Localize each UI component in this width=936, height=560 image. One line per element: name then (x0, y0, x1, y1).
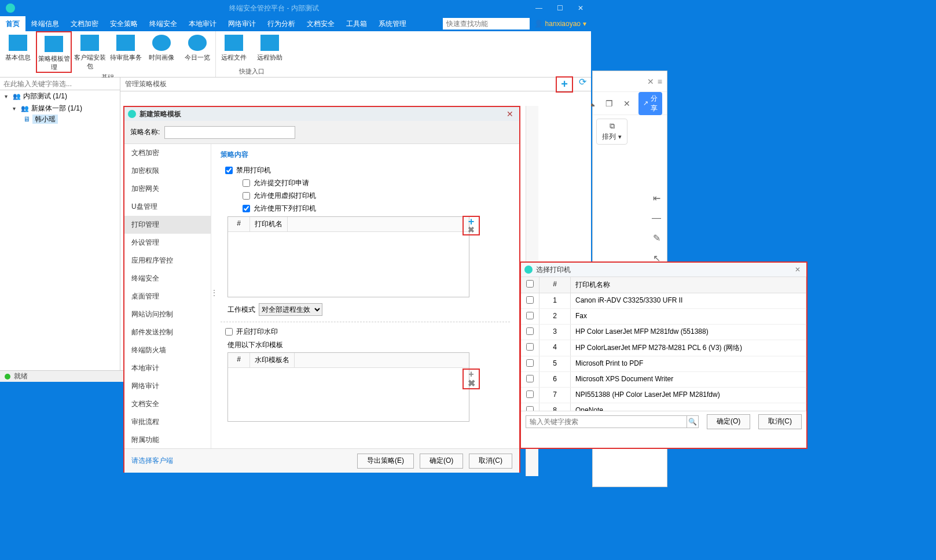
menu-local-audit[interactable]: 本地审计 (183, 16, 222, 31)
watermark-actions[interactable]: +✖ (463, 369, 480, 389)
maximize-button[interactable]: ☐ (549, 0, 570, 16)
search-icon[interactable]: 🔍 (687, 415, 699, 428)
minus-icon[interactable]: — (652, 213, 661, 223)
row-checkbox[interactable] (526, 296, 534, 304)
menu-terminal-info[interactable]: 终端信息 (25, 16, 65, 31)
printer-cancel-button[interactable]: 取消(C) (758, 414, 802, 429)
mode-select[interactable]: 对全部进程生效 (259, 303, 322, 316)
printer-row[interactable]: 4HP ColorLaserJet MFP M278-M281 PCL 6 (V… (521, 340, 806, 356)
tree-leaf[interactable]: 🖥韩小瑶 (23, 115, 120, 124)
ribbon-basic-info[interactable]: 基本信息 (0, 31, 36, 73)
share-button[interactable]: ↗ 分享 (638, 92, 662, 115)
printer-row[interactable]: 5Microsoft Print to PDF (521, 356, 806, 372)
bg-restore-icon[interactable]: ❐ (603, 99, 615, 108)
cat-extra[interactable]: 附属功能 (124, 431, 211, 448)
printer-select-dialog: 选择打印机 ✕ # 打印机名称 1Canon iR-ADV C3325/3330… (520, 261, 807, 449)
cat-local-audit[interactable]: 本地审计 (124, 359, 211, 377)
row-checkbox[interactable] (526, 327, 534, 335)
tree-root[interactable]: ▾👥内部测试 (1/1) (0, 90, 120, 102)
printer-dialog-close[interactable]: ✕ (792, 266, 803, 274)
cat-terminal-sec[interactable]: 终端安全 (124, 270, 211, 288)
cat-app-control[interactable]: 应用程序管控 (124, 252, 211, 270)
minimize-button[interactable]: — (528, 0, 549, 16)
bg-menu[interactable]: ≡ (658, 77, 662, 86)
cat-encrypt-perm[interactable]: 加密权限 (124, 162, 211, 180)
export-button[interactable]: 导出策略(E) (357, 454, 414, 469)
ruler-icon[interactable]: ⇤ (652, 193, 661, 204)
cat-doc-encrypt[interactable]: 文档加密 (124, 144, 211, 162)
bg-close[interactable]: ✕ (647, 77, 654, 86)
menu-security-policy[interactable]: 安全策略 (104, 16, 144, 31)
cat-firewall[interactable]: 终端防火墙 (124, 341, 211, 359)
printer-row[interactable]: 2Fax (521, 309, 806, 325)
row-checkbox[interactable] (526, 312, 534, 319)
plus-icon: + (468, 218, 475, 226)
user-label[interactable]: 👤 hanxiaoyao ▾ (534, 20, 586, 28)
cat-approval[interactable]: 审批流程 (124, 413, 211, 431)
row-checkbox[interactable] (526, 406, 534, 411)
cat-web-access[interactable]: 网站访问控制 (124, 305, 211, 323)
printer-grid: # 打印机名称 1Canon iR-ADV C3325/3330 UFR II2… (521, 277, 806, 411)
printer-row[interactable]: 3HP Color LaserJet MFP M281fdw (551388) (521, 325, 806, 340)
menu-doc-encrypt[interactable]: 文档加密 (65, 16, 104, 31)
cat-desktop[interactable]: 桌面管理 (124, 288, 211, 305)
cat-net-audit[interactable]: 网络审计 (124, 377, 211, 395)
printer-search-input[interactable] (526, 415, 687, 428)
menu-system[interactable]: 系统管理 (373, 16, 412, 31)
menu-doc-security[interactable]: 文档安全 (301, 16, 340, 31)
ribbon-remote-assist[interactable]: 远程协助 (252, 31, 288, 62)
ribbon-approval[interactable]: 待审批事务 (108, 31, 144, 73)
printer-row[interactable]: 6Microsoft XPS Document Writer (521, 372, 806, 388)
chk-watermark[interactable] (225, 328, 233, 336)
ribbon-today[interactable]: 今日一览 (179, 31, 215, 73)
tree-search-input[interactable] (0, 78, 120, 90)
ribbon-policy-template[interactable]: 策略模板管理 (36, 31, 72, 73)
dialog-close-icon[interactable]: ✕ (504, 109, 516, 119)
dialog-icon (128, 110, 136, 118)
chk-allow-virtual[interactable] (243, 192, 250, 200)
row-checkbox[interactable] (526, 390, 534, 398)
menu-network-audit[interactable]: 网络审计 (222, 16, 262, 31)
add-template-button[interactable]: + (556, 76, 573, 93)
refresh-icon[interactable]: ⟳ (579, 76, 586, 93)
printer-row[interactable]: 1Canon iR-ADV C3325/3330 UFR II (521, 293, 806, 309)
menu-terminal-security[interactable]: 终端安全 (144, 16, 183, 31)
cat-usb[interactable]: U盘管理 (124, 198, 211, 216)
printer-row[interactable]: 7NPI551388 (HP Color LaserJet MFP M281fd… (521, 388, 806, 403)
cat-encrypt-gateway[interactable]: 加密网关 (124, 180, 211, 198)
ribbon-time-portrait[interactable]: 时间画像 (144, 31, 179, 73)
cat-print[interactable]: 打印管理 (124, 216, 211, 234)
chk-allow-request[interactable] (243, 179, 250, 187)
pencil-icon[interactable]: ✎ (652, 233, 661, 244)
menu-toolbox[interactable]: 工具箱 (340, 16, 373, 31)
printer-dialog-title: 选择打印机 (536, 265, 571, 275)
cat-doc-sec[interactable]: 文档安全 (124, 395, 211, 413)
tree-child[interactable]: ▾👥新媒体一部 (1/1) (0, 102, 120, 115)
menu-behavior[interactable]: 行为分析 (262, 16, 301, 31)
cat-mail[interactable]: 邮件发送控制 (124, 323, 211, 341)
row-checkbox[interactable] (526, 343, 534, 351)
chk-disable-printer[interactable] (225, 167, 233, 174)
ribbon-installer[interactable]: 客户端安装包 (72, 31, 108, 73)
footer-prompt[interactable]: 请选择客户端 (131, 456, 173, 466)
printer-ok-button[interactable]: 确定(O) (707, 414, 750, 429)
bg-close2-icon[interactable]: ✕ (621, 99, 633, 108)
ok-button[interactable]: 确定(O) (420, 454, 463, 469)
cat-peripheral[interactable]: 外设管理 (124, 234, 211, 252)
arrange-button[interactable]: ⧉ 排列 ▾ (596, 119, 627, 145)
policy-name-input[interactable] (164, 126, 295, 139)
quick-search-input[interactable] (443, 18, 530, 30)
cancel-button[interactable]: 取消(C) (469, 454, 512, 469)
close-button[interactable]: ✕ (570, 0, 591, 16)
row-checkbox[interactable] (526, 375, 534, 382)
printer-row[interactable]: 8OneNote (521, 403, 806, 411)
tree-panel: ▾👥内部测试 (1/1) ▾👥新媒体一部 (1/1) 🖥韩小瑶 (0, 78, 120, 370)
mode-label: 工作模式 (227, 305, 255, 315)
row-checkbox[interactable] (526, 359, 534, 367)
title-bar: 终端安全管控平台 - 内部测试 — ☐ ✕ (0, 0, 591, 16)
chk-allow-list[interactable] (243, 205, 250, 212)
ribbon-remote-file[interactable]: 远程文件 (216, 31, 252, 62)
menu-home[interactable]: 首页 (0, 16, 25, 31)
add-printer-button[interactable]: +✖ (463, 216, 480, 235)
select-all-checkbox[interactable] (526, 280, 534, 288)
